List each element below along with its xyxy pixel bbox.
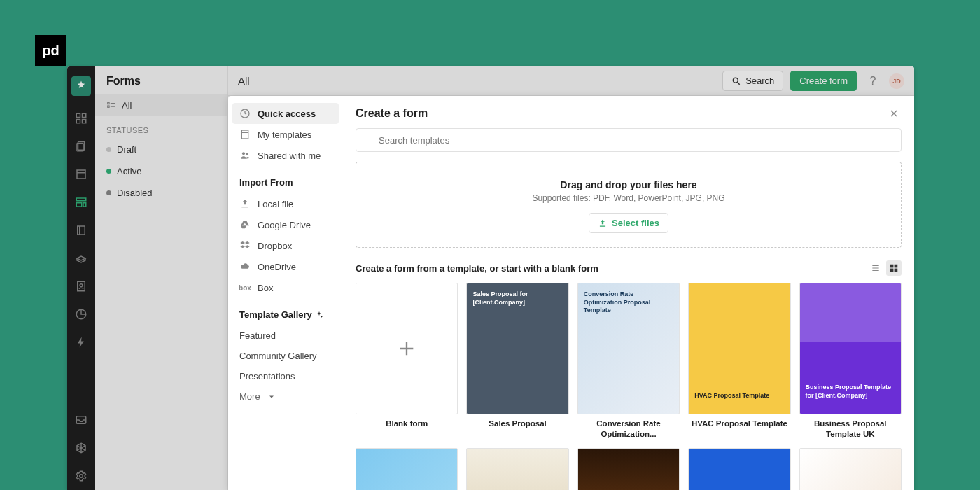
search-templates-input[interactable] bbox=[356, 128, 902, 152]
rail-settings-icon[interactable] bbox=[71, 466, 91, 486]
svg-rect-10 bbox=[78, 226, 85, 234]
rail-library-icon[interactable] bbox=[71, 220, 91, 240]
modal-nav-label: Community Gallery bbox=[239, 351, 317, 361]
template-card[interactable] bbox=[688, 448, 790, 490]
avatar[interactable]: JD bbox=[889, 74, 904, 89]
svg-rect-20 bbox=[241, 130, 248, 139]
rail-automation-icon[interactable] bbox=[71, 332, 91, 352]
rail-brand-icon[interactable] bbox=[71, 76, 91, 96]
import-from-heading: Import From bbox=[232, 166, 339, 193]
svg-rect-6 bbox=[77, 170, 85, 178]
svg-rect-24 bbox=[890, 265, 894, 268]
pandadoc-logo: pd bbox=[35, 35, 66, 66]
view-toggle bbox=[868, 260, 902, 276]
search-button[interactable]: Search bbox=[722, 71, 783, 91]
import-google-drive[interactable]: Google Drive bbox=[232, 214, 339, 235]
svg-rect-2 bbox=[76, 120, 80, 123]
template-card[interactable] bbox=[799, 448, 902, 490]
import-local-file[interactable]: Local file bbox=[232, 193, 339, 214]
template-cro[interactable]: Conversion Rate Optimization Proposal Te… bbox=[578, 283, 680, 440]
template-name: Blank form bbox=[386, 419, 428, 440]
sidebar-status-active[interactable]: Active bbox=[95, 160, 227, 182]
modal-nav-my-templates[interactable]: My templates bbox=[232, 124, 339, 145]
rail-reports-icon[interactable] bbox=[71, 304, 91, 324]
modal-nav-label: Shared with me bbox=[258, 150, 321, 161]
gallery-community[interactable]: Community Gallery bbox=[232, 346, 339, 366]
search-icon bbox=[732, 76, 741, 86]
upload-icon bbox=[239, 198, 251, 209]
gallery-more[interactable]: More bbox=[232, 386, 339, 407]
close-icon bbox=[889, 108, 899, 118]
template-thumb bbox=[466, 448, 568, 490]
svg-point-15 bbox=[80, 475, 83, 478]
sidebar-item-label: Disabled bbox=[117, 188, 153, 198]
close-button[interactable] bbox=[886, 106, 902, 121]
help-button[interactable]: ? bbox=[864, 72, 882, 90]
template-card[interactable] bbox=[466, 448, 568, 490]
svg-rect-9 bbox=[83, 203, 86, 206]
gallery-presentations[interactable]: Presentations bbox=[232, 366, 339, 386]
select-files-button[interactable]: Select files bbox=[589, 213, 668, 233]
template-gallery-heading: Template Gallery bbox=[232, 298, 339, 326]
modal-nav-shared[interactable]: Shared with me bbox=[232, 145, 339, 166]
template-name: HVAC Proposal Template bbox=[692, 419, 788, 440]
rail-catalog-icon[interactable] bbox=[71, 248, 91, 268]
template-business-uk[interactable]: Business Proposal Template for [Client.C… bbox=[799, 283, 902, 440]
template-hvac[interactable]: HVAC Proposal Template HVAC Proposal Tem… bbox=[688, 283, 790, 440]
template-thumb bbox=[356, 283, 458, 414]
template-icon bbox=[239, 129, 251, 140]
sidebar-status-draft[interactable]: Draft bbox=[95, 139, 227, 160]
search-label: Search bbox=[746, 76, 774, 86]
templates-heading: Create a form from a template, or start … bbox=[356, 263, 598, 274]
select-files-label: Select files bbox=[612, 218, 659, 228]
template-name: Conversion Rate Optimization... bbox=[578, 419, 680, 440]
gallery-featured[interactable]: Featured bbox=[232, 326, 339, 346]
list-icon bbox=[106, 101, 116, 111]
create-form-button[interactable]: Create form bbox=[790, 71, 857, 91]
modal-title: Create a form bbox=[356, 107, 428, 120]
dropbox-icon bbox=[239, 240, 251, 251]
dropzone-subtitle: Supported files: PDF, Word, PowerPoint, … bbox=[363, 193, 894, 203]
view-list-button[interactable] bbox=[868, 260, 883, 276]
sidebar-item-all[interactable]: All bbox=[95, 94, 227, 116]
logo-text: pd bbox=[42, 43, 59, 59]
modal-nav-label: My templates bbox=[258, 130, 312, 140]
template-thumb bbox=[688, 448, 790, 490]
template-card[interactable]: Advertising Sales Proposal Template bbox=[356, 448, 458, 490]
dropzone[interactable]: Drag and drop your files here Supported … bbox=[356, 162, 902, 248]
rail-contacts-icon[interactable] bbox=[71, 276, 91, 296]
rail-dashboard-icon[interactable] bbox=[71, 108, 91, 128]
template-sales-proposal[interactable]: Sales Proposal for [Client.Company] Sale… bbox=[466, 283, 568, 440]
svg-rect-25 bbox=[895, 265, 898, 268]
template-blank-form[interactable]: Blank form bbox=[356, 283, 458, 440]
modal-nav-label: Presentations bbox=[239, 371, 295, 382]
modal-nav-label: More bbox=[239, 391, 260, 402]
status-dot bbox=[106, 190, 111, 195]
svg-rect-0 bbox=[76, 113, 80, 117]
template-name: Sales Proposal bbox=[489, 419, 546, 440]
create-form-modal: Quick access My templates Shared with me… bbox=[228, 96, 914, 490]
rail-templates-icon[interactable] bbox=[71, 164, 91, 184]
import-box[interactable]: box Box bbox=[232, 277, 339, 298]
rail-documents-icon[interactable] bbox=[71, 136, 91, 156]
sidebar-status-disabled[interactable]: Disabled bbox=[95, 182, 227, 204]
template-card[interactable] bbox=[578, 448, 680, 490]
breadcrumb: All bbox=[238, 75, 715, 87]
modal-nav-quick-access[interactable]: Quick access bbox=[232, 103, 339, 124]
template-cover-text: Conversion Rate Optimization Proposal Te… bbox=[578, 284, 679, 414]
app-frame: Forms All STATUSES Draft Active Disabled… bbox=[67, 66, 914, 490]
rail-forms-icon[interactable] bbox=[71, 192, 91, 212]
templates-grid: Blank form Sales Proposal for [Client.Co… bbox=[356, 283, 902, 490]
rail-addons-icon[interactable] bbox=[71, 438, 91, 458]
view-grid-button[interactable] bbox=[886, 260, 902, 276]
modal-nav-label: Box bbox=[258, 283, 273, 293]
import-dropbox[interactable]: Dropbox bbox=[232, 235, 339, 256]
sidebar: Forms All STATUSES Draft Active Disabled bbox=[95, 66, 228, 490]
modal-content: Create a form Drag and drop your files h… bbox=[343, 96, 914, 490]
rail-inbox-icon[interactable] bbox=[71, 410, 91, 430]
dropzone-title: Drag and drop your files here bbox=[363, 179, 894, 190]
import-onedrive[interactable]: OneDrive bbox=[232, 256, 339, 277]
svg-rect-27 bbox=[895, 269, 898, 272]
modal-nav-label: Local file bbox=[258, 199, 293, 209]
create-form-label: Create form bbox=[799, 76, 848, 86]
